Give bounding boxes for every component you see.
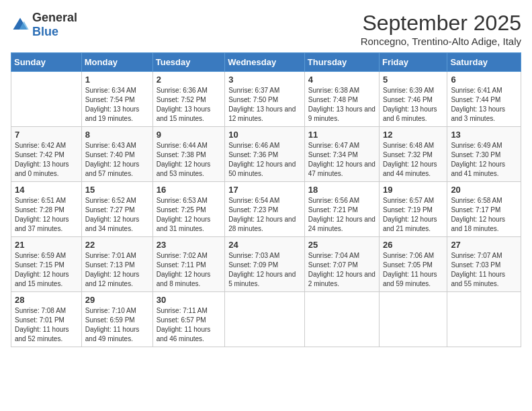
location-title: Roncegno, Trentino-Alto Adige, Italy bbox=[361, 36, 521, 47]
day-info: Sunrise: 7:11 AMSunset: 6:57 PMDaylight:… bbox=[157, 306, 221, 344]
calendar-cell: 20Sunrise: 6:58 AMSunset: 7:17 PMDayligh… bbox=[447, 182, 521, 237]
day-number: 16 bbox=[157, 185, 221, 195]
logo-text: General Blue bbox=[32, 11, 77, 39]
calendar-cell: 5Sunrise: 6:39 AMSunset: 7:46 PMDaylight… bbox=[379, 72, 447, 127]
calendar-cell: 2Sunrise: 6:36 AMSunset: 7:52 PMDaylight… bbox=[152, 72, 224, 127]
calendar-cell: 15Sunrise: 6:52 AMSunset: 7:27 PMDayligh… bbox=[81, 182, 152, 237]
day-number: 18 bbox=[308, 185, 375, 195]
logo: General Blue bbox=[11, 11, 77, 39]
day-info: Sunrise: 6:43 AMSunset: 7:40 PMDaylight:… bbox=[85, 141, 149, 179]
calendar-cell: 24Sunrise: 7:03 AMSunset: 7:09 PMDayligh… bbox=[225, 237, 305, 292]
calendar-cell: 17Sunrise: 6:54 AMSunset: 7:23 PMDayligh… bbox=[225, 182, 305, 237]
calendar-cell: 26Sunrise: 7:06 AMSunset: 7:05 PMDayligh… bbox=[379, 237, 447, 292]
day-number: 7 bbox=[15, 130, 78, 140]
calendar-cell: 23Sunrise: 7:02 AMSunset: 7:11 PMDayligh… bbox=[152, 237, 224, 292]
weekday-header-thursday: Thursday bbox=[304, 53, 379, 72]
day-info: Sunrise: 7:02 AMSunset: 7:11 PMDaylight:… bbox=[157, 251, 221, 289]
calendar-cell: 22Sunrise: 7:01 AMSunset: 7:13 PMDayligh… bbox=[81, 237, 152, 292]
weekday-header-sunday: Sunday bbox=[11, 53, 82, 72]
logo-icon bbox=[11, 15, 30, 34]
day-number: 9 bbox=[157, 130, 221, 140]
day-info: Sunrise: 7:03 AMSunset: 7:09 PMDaylight:… bbox=[228, 251, 301, 289]
day-number: 17 bbox=[228, 185, 301, 195]
day-info: Sunrise: 6:56 AMSunset: 7:21 PMDaylight:… bbox=[308, 196, 375, 234]
calendar-cell: 30Sunrise: 7:11 AMSunset: 6:57 PMDayligh… bbox=[152, 292, 224, 347]
day-info: Sunrise: 6:52 AMSunset: 7:27 PMDaylight:… bbox=[85, 196, 149, 234]
calendar-cell bbox=[304, 292, 379, 347]
calendar-cell bbox=[225, 292, 305, 347]
day-info: Sunrise: 6:47 AMSunset: 7:34 PMDaylight:… bbox=[308, 141, 375, 179]
day-info: Sunrise: 6:59 AMSunset: 7:15 PMDaylight:… bbox=[15, 251, 78, 289]
day-number: 13 bbox=[451, 130, 517, 140]
calendar-cell bbox=[11, 72, 82, 127]
calendar-week-row: 28Sunrise: 7:08 AMSunset: 7:01 PMDayligh… bbox=[11, 292, 521, 347]
calendar-cell: 25Sunrise: 7:04 AMSunset: 7:07 PMDayligh… bbox=[304, 237, 379, 292]
calendar-cell: 12Sunrise: 6:48 AMSunset: 7:32 PMDayligh… bbox=[379, 127, 447, 182]
day-info: Sunrise: 6:34 AMSunset: 7:54 PMDaylight:… bbox=[85, 86, 149, 124]
day-number: 30 bbox=[157, 295, 221, 305]
weekday-header-saturday: Saturday bbox=[447, 53, 521, 72]
calendar-cell: 4Sunrise: 6:38 AMSunset: 7:48 PMDaylight… bbox=[304, 72, 379, 127]
day-number: 4 bbox=[308, 75, 375, 85]
calendar-cell bbox=[447, 292, 521, 347]
day-number: 21 bbox=[15, 240, 78, 250]
calendar-cell: 8Sunrise: 6:43 AMSunset: 7:40 PMDaylight… bbox=[81, 127, 152, 182]
day-number: 2 bbox=[157, 75, 221, 85]
calendar-cell: 13Sunrise: 6:49 AMSunset: 7:30 PMDayligh… bbox=[447, 127, 521, 182]
title-block: September 2025 Roncegno, Trentino-Alto A… bbox=[361, 11, 521, 47]
calendar-cell: 3Sunrise: 6:37 AMSunset: 7:50 PMDaylight… bbox=[225, 72, 305, 127]
weekday-header-tuesday: Tuesday bbox=[152, 53, 224, 72]
day-info: Sunrise: 6:39 AMSunset: 7:46 PMDaylight:… bbox=[383, 86, 443, 124]
calendar-cell: 10Sunrise: 6:46 AMSunset: 7:36 PMDayligh… bbox=[225, 127, 305, 182]
month-title: September 2025 bbox=[361, 11, 521, 36]
calendar-week-row: 7Sunrise: 6:42 AMSunset: 7:42 PMDaylight… bbox=[11, 127, 521, 182]
day-info: Sunrise: 6:51 AMSunset: 7:28 PMDaylight:… bbox=[15, 196, 78, 234]
page-header: General Blue September 2025 Roncegno, Tr… bbox=[11, 11, 521, 47]
day-number: 29 bbox=[85, 295, 149, 305]
day-number: 15 bbox=[85, 185, 149, 195]
day-info: Sunrise: 6:46 AMSunset: 7:36 PMDaylight:… bbox=[228, 141, 301, 179]
day-number: 1 bbox=[85, 75, 149, 85]
calendar-cell: 27Sunrise: 7:07 AMSunset: 7:03 PMDayligh… bbox=[447, 237, 521, 292]
calendar-cell: 7Sunrise: 6:42 AMSunset: 7:42 PMDaylight… bbox=[11, 127, 82, 182]
day-info: Sunrise: 6:44 AMSunset: 7:38 PMDaylight:… bbox=[157, 141, 221, 179]
day-info: Sunrise: 6:48 AMSunset: 7:32 PMDaylight:… bbox=[383, 141, 443, 179]
weekday-header-friday: Friday bbox=[379, 53, 447, 72]
day-number: 24 bbox=[228, 240, 301, 250]
day-number: 25 bbox=[308, 240, 375, 250]
day-info: Sunrise: 7:06 AMSunset: 7:05 PMDaylight:… bbox=[383, 251, 443, 289]
day-number: 8 bbox=[85, 130, 149, 140]
day-info: Sunrise: 7:08 AMSunset: 7:01 PMDaylight:… bbox=[15, 306, 78, 344]
day-info: Sunrise: 6:49 AMSunset: 7:30 PMDaylight:… bbox=[451, 141, 517, 179]
day-number: 28 bbox=[15, 295, 78, 305]
day-number: 14 bbox=[15, 185, 78, 195]
day-number: 27 bbox=[451, 240, 517, 250]
day-number: 12 bbox=[383, 130, 443, 140]
calendar-cell: 28Sunrise: 7:08 AMSunset: 7:01 PMDayligh… bbox=[11, 292, 82, 347]
calendar-week-row: 14Sunrise: 6:51 AMSunset: 7:28 PMDayligh… bbox=[11, 182, 521, 237]
day-info: Sunrise: 6:42 AMSunset: 7:42 PMDaylight:… bbox=[15, 141, 78, 179]
calendar-cell: 29Sunrise: 7:10 AMSunset: 6:59 PMDayligh… bbox=[81, 292, 152, 347]
calendar-cell: 21Sunrise: 6:59 AMSunset: 7:15 PMDayligh… bbox=[11, 237, 82, 292]
day-number: 3 bbox=[228, 75, 301, 85]
calendar-cell: 6Sunrise: 6:41 AMSunset: 7:44 PMDaylight… bbox=[447, 72, 521, 127]
day-number: 11 bbox=[308, 130, 375, 140]
day-info: Sunrise: 6:54 AMSunset: 7:23 PMDaylight:… bbox=[228, 196, 301, 234]
day-info: Sunrise: 7:04 AMSunset: 7:07 PMDaylight:… bbox=[308, 251, 375, 289]
calendar-cell: 18Sunrise: 6:56 AMSunset: 7:21 PMDayligh… bbox=[304, 182, 379, 237]
day-number: 19 bbox=[383, 185, 443, 195]
calendar-cell: 1Sunrise: 6:34 AMSunset: 7:54 PMDaylight… bbox=[81, 72, 152, 127]
day-number: 20 bbox=[451, 185, 517, 195]
calendar-cell: 9Sunrise: 6:44 AMSunset: 7:38 PMDaylight… bbox=[152, 127, 224, 182]
calendar-week-row: 21Sunrise: 6:59 AMSunset: 7:15 PMDayligh… bbox=[11, 237, 521, 292]
weekday-header-monday: Monday bbox=[81, 53, 152, 72]
calendar-week-row: 1Sunrise: 6:34 AMSunset: 7:54 PMDaylight… bbox=[11, 72, 521, 127]
calendar-cell: 11Sunrise: 6:47 AMSunset: 7:34 PMDayligh… bbox=[304, 127, 379, 182]
calendar-table: SundayMondayTuesdayWednesdayThursdayFrid… bbox=[11, 52, 521, 347]
calendar-cell: 16Sunrise: 6:53 AMSunset: 7:25 PMDayligh… bbox=[152, 182, 224, 237]
day-info: Sunrise: 7:01 AMSunset: 7:13 PMDaylight:… bbox=[85, 251, 149, 289]
day-info: Sunrise: 7:10 AMSunset: 6:59 PMDaylight:… bbox=[85, 306, 149, 344]
day-number: 23 bbox=[157, 240, 221, 250]
day-info: Sunrise: 6:37 AMSunset: 7:50 PMDaylight:… bbox=[228, 86, 301, 124]
day-number: 10 bbox=[228, 130, 301, 140]
